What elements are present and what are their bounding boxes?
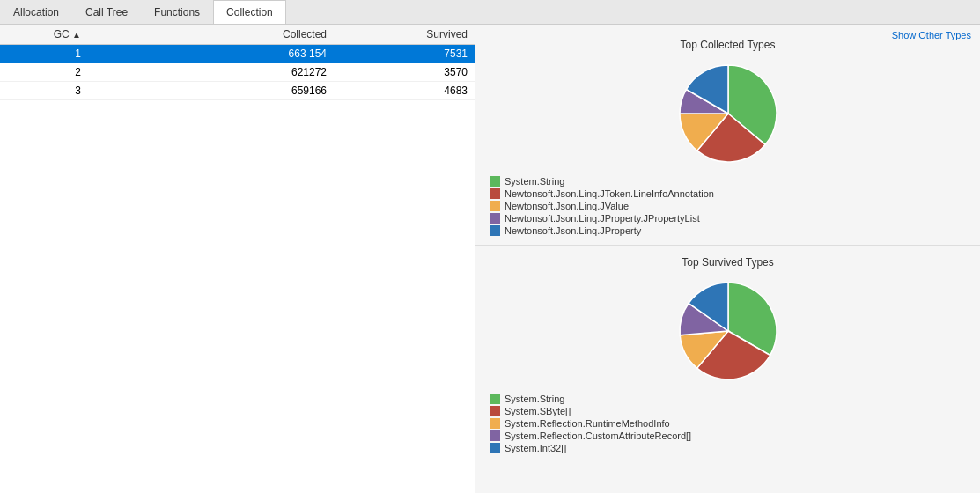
legend-label: Newtonsoft.Json.Linq.JProperty <box>505 225 641 236</box>
top-survived-section: Top Survived Types System.String System.… <box>475 249 980 459</box>
cell-gc-1: 2 <box>0 66 88 78</box>
legend-color-box <box>490 443 500 453</box>
tabs-bar: AllocationCall TreeFunctionsCollection <box>0 0 980 25</box>
legend-item: System.String <box>490 394 980 404</box>
main-area: GC ▲ Collected Survived 1 663 154 7531 2… <box>0 25 980 493</box>
cell-gc-2: 3 <box>0 85 88 97</box>
tab-collection[interactable]: Collection <box>213 0 286 24</box>
gc-label: GC <box>54 28 70 40</box>
legend-item: System.Reflection.RuntimeMethodInfo <box>490 418 980 429</box>
legend-item: System.Int32[] <box>490 443 980 453</box>
legend-item: Newtonsoft.Json.Linq.JValue <box>490 201 980 211</box>
tab-allocation[interactable]: Allocation <box>0 0 72 24</box>
top-collected-section: Top Collected Types System.String Newton… <box>475 32 980 241</box>
col-collected-header[interactable]: Collected <box>88 28 334 40</box>
tab-call-tree[interactable]: Call Tree <box>72 0 141 24</box>
top-collected-title: Top Collected Types <box>681 39 776 51</box>
cell-collected-1: 621272 <box>88 66 334 78</box>
top-survived-legend: System.String System.SByte[] System.Refl… <box>475 394 980 455</box>
table-row[interactable]: 2 621272 3570 <box>0 63 475 82</box>
top-survived-title: Top Survived Types <box>682 256 774 269</box>
legend-label: System.Reflection.RuntimeMethodInfo <box>505 418 670 429</box>
legend-label: System.String <box>505 176 564 187</box>
legend-item: System.SByte[] <box>490 406 980 416</box>
legend-item: Newtonsoft.Json.Linq.JProperty <box>490 225 980 236</box>
table-row[interactable]: 1 663 154 7531 <box>0 45 475 63</box>
cell-survived-2: 4683 <box>334 85 475 97</box>
cell-collected-2: 659166 <box>88 85 334 97</box>
cell-collected-0: 663 154 <box>88 48 334 60</box>
right-panel: Show Other Types Top Collected Types Sys… <box>475 25 980 493</box>
cell-survived-0: 7531 <box>334 48 475 60</box>
top-survived-pie <box>671 274 785 388</box>
collected-label: Collected <box>283 28 327 40</box>
legend-label: System.String <box>505 394 564 404</box>
divider <box>475 245 980 246</box>
table-body: 1 663 154 7531 2 621272 3570 3 659166 46… <box>0 45 475 100</box>
cell-survived-1: 3570 <box>334 66 475 78</box>
survived-label: Survived <box>426 28 468 40</box>
legend-color-box <box>490 188 500 199</box>
legend-color-box <box>490 430 500 441</box>
tab-functions[interactable]: Functions <box>141 0 213 24</box>
gc-sort-icon: ▲ <box>72 30 81 40</box>
legend-color-box <box>490 201 500 211</box>
left-panel: GC ▲ Collected Survived 1 663 154 7531 2… <box>0 25 475 493</box>
legend-label: System.SByte[] <box>505 406 571 416</box>
cell-gc-0: 1 <box>0 48 88 60</box>
legend-label: Newtonsoft.Json.Linq.JValue <box>505 201 629 211</box>
legend-item: System.Reflection.CustomAttributeRecord[… <box>490 430 980 441</box>
table-row[interactable]: 3 659166 4683 <box>0 82 475 100</box>
legend-label: System.Reflection.CustomAttributeRecord[… <box>505 430 691 441</box>
legend-label: System.Int32[] <box>505 443 566 453</box>
legend-label: Newtonsoft.Json.Linq.JToken.LineInfoAnno… <box>505 188 714 199</box>
col-gc-header[interactable]: GC ▲ <box>0 28 88 40</box>
top-collected-pie <box>671 56 785 171</box>
legend-item: Newtonsoft.Json.Linq.JToken.LineInfoAnno… <box>490 188 980 199</box>
legend-color-box <box>490 225 500 236</box>
legend-color-box <box>490 176 500 187</box>
show-other-types-button[interactable]: Show Other Types <box>892 30 971 40</box>
legend-label: Newtonsoft.Json.Linq.JProperty.JProperty… <box>505 213 700 224</box>
legend-color-box <box>490 394 500 404</box>
legend-item: System.String <box>490 176 980 187</box>
charts-area: Top Collected Types System.String Newton… <box>475 25 980 493</box>
col-survived-header[interactable]: Survived <box>334 28 475 40</box>
top-collected-legend: System.String Newtonsoft.Json.Linq.JToke… <box>475 176 980 238</box>
legend-color-box <box>490 418 500 429</box>
table-header: GC ▲ Collected Survived <box>0 25 475 45</box>
legend-color-box <box>490 213 500 224</box>
legend-color-box <box>490 406 500 416</box>
legend-item: Newtonsoft.Json.Linq.JProperty.JProperty… <box>490 213 980 224</box>
